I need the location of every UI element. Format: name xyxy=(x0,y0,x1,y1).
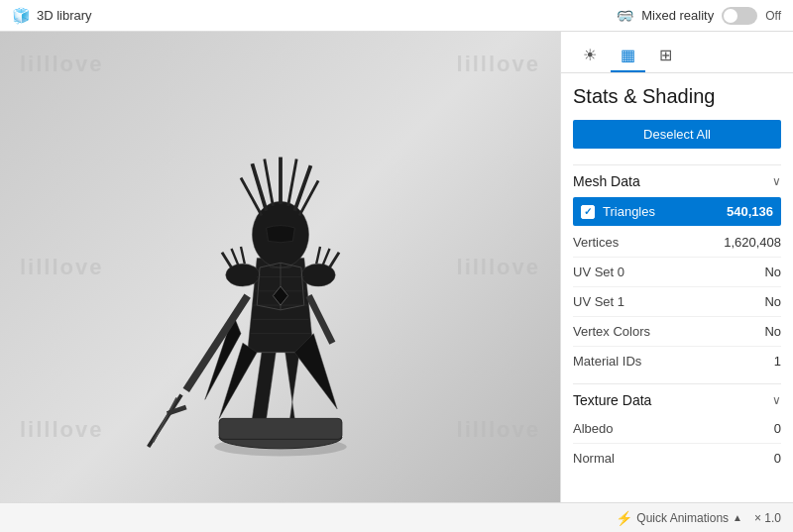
svg-line-19 xyxy=(287,159,296,206)
panel-title: Stats & Shading xyxy=(573,85,781,108)
tab-stats[interactable]: ▦ xyxy=(611,40,645,72)
zoom-item: × 1.0 xyxy=(754,511,781,525)
mesh-data-section: Mesh Data ∨ Triangles 540,136 Vertices 1… xyxy=(573,164,781,375)
quick-animations-chevron: ▲ xyxy=(733,512,742,523)
vertices-value: 1,620,408 xyxy=(724,235,781,250)
albedo-value: 0 xyxy=(774,421,781,436)
watermark-tr: lilllove xyxy=(457,52,540,77)
triangles-row[interactable]: Triangles 540,136 xyxy=(573,197,781,226)
right-panel: ☀ ▦ ⊞ Stats & Shading Deselect All Mesh … xyxy=(560,32,793,502)
texture-data-section: Texture Data ∨ Albedo 0 Normal 0 xyxy=(573,383,781,473)
vertex-colors-label: Vertex Colors xyxy=(573,324,650,339)
material-ids-value: 1 xyxy=(774,354,781,369)
off-label: Off xyxy=(765,9,781,23)
quick-animations-icon: ⚡ xyxy=(616,510,632,526)
watermark-br: lilllove xyxy=(457,417,540,443)
svg-line-20 xyxy=(294,165,310,211)
svg-marker-3 xyxy=(252,352,276,418)
svg-line-17 xyxy=(264,159,273,206)
uv-set-1-value: No xyxy=(764,294,781,309)
3d-model xyxy=(122,69,439,466)
watermark-tl: lilllove xyxy=(20,52,103,77)
mixed-reality-icon: 🥽 xyxy=(617,8,633,24)
svg-line-11 xyxy=(153,397,176,442)
svg-line-24 xyxy=(221,252,231,266)
normal-row: Normal 0 xyxy=(573,444,781,473)
watermark-ml: lilllove xyxy=(20,255,103,280)
uv-set-1-label: UV Set 1 xyxy=(573,294,624,309)
tab-lighting[interactable]: ☀ xyxy=(573,40,607,72)
mixed-reality-section: 🥽 Mixed reality Off xyxy=(617,7,781,25)
uv-set-1-row: UV Set 1 No xyxy=(573,287,781,317)
normal-label: Normal xyxy=(573,451,615,466)
svg-line-25 xyxy=(231,248,238,264)
library-icon: 🧊 xyxy=(12,7,31,25)
mixed-reality-label: Mixed reality xyxy=(641,8,714,23)
watermark-mr: lilllove xyxy=(457,255,540,280)
material-ids-label: Material IDs xyxy=(573,354,641,369)
vertex-colors-row: Vertex Colors No xyxy=(573,317,781,347)
uv-set-0-value: No xyxy=(764,265,781,279)
viewer-panel[interactable]: lilllove lilllove lilllove lilllove lill… xyxy=(0,32,560,502)
texture-chevron-icon: ∨ xyxy=(772,393,781,407)
svg-line-30 xyxy=(316,247,320,264)
quick-animations-item[interactable]: ⚡ Quick Animations ▲ xyxy=(616,510,742,526)
deselect-all-button[interactable]: Deselect All xyxy=(573,120,781,149)
svg-line-28 xyxy=(329,252,339,266)
zoom-value: × 1.0 xyxy=(754,511,781,525)
vertices-row: Vertices 1,620,408 xyxy=(573,228,781,258)
texture-data-header[interactable]: Texture Data ∨ xyxy=(573,383,781,414)
texture-data-label: Texture Data xyxy=(573,392,651,408)
svg-line-26 xyxy=(241,247,245,264)
vertex-colors-value: No xyxy=(764,324,781,339)
uv-set-0-row: UV Set 0 No xyxy=(573,258,781,287)
tab-grid[interactable]: ⊞ xyxy=(649,40,682,72)
albedo-row: Albedo 0 xyxy=(573,414,781,444)
vertices-label: Vertices xyxy=(573,235,619,250)
mesh-data-header[interactable]: Mesh Data ∨ xyxy=(573,164,781,195)
triangles-checkbox[interactable] xyxy=(581,205,595,219)
mesh-data-label: Mesh Data xyxy=(573,173,640,189)
top-bar: 🧊 3D library 🥽 Mixed reality Off xyxy=(0,0,793,32)
panel-body: Stats & Shading Deselect All Mesh Data ∨… xyxy=(561,73,793,502)
triangles-label: Triangles xyxy=(603,204,719,219)
quick-animations-label: Quick Animations xyxy=(636,511,729,525)
library-nav[interactable]: 🧊 3D library xyxy=(12,7,92,25)
watermark-bl: lilllove xyxy=(20,417,103,443)
svg-rect-2 xyxy=(219,418,342,439)
triangles-value: 540,136 xyxy=(727,204,773,219)
normal-value: 0 xyxy=(774,451,781,466)
bottom-bar: ⚡ Quick Animations ▲ × 1.0 xyxy=(0,502,793,532)
main-content: lilllove lilllove lilllove lilllove lill… xyxy=(0,32,793,502)
mixed-reality-toggle[interactable] xyxy=(722,7,757,25)
svg-marker-4 xyxy=(284,352,298,418)
svg-line-29 xyxy=(322,248,329,264)
panel-tabs: ☀ ▦ ⊞ xyxy=(561,32,793,73)
uv-set-0-label: UV Set 0 xyxy=(573,265,624,279)
library-label[interactable]: 3D library xyxy=(37,8,92,23)
material-ids-row: Material IDs 1 xyxy=(573,347,781,375)
albedo-label: Albedo xyxy=(573,421,613,436)
mesh-chevron-icon: ∨ xyxy=(772,174,781,188)
